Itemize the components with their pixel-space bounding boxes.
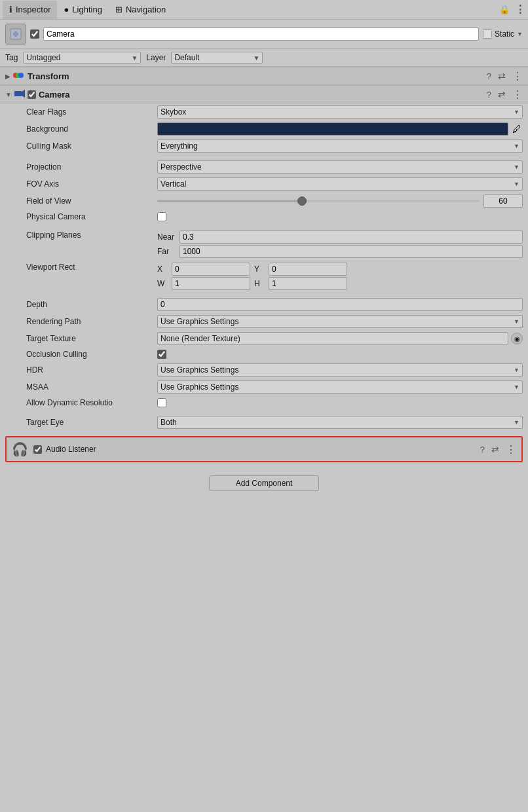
clipping-near-input[interactable] — [179, 231, 523, 244]
clipping-planes-row: Clipping Planes Near Far — [0, 228, 528, 260]
allow-dynamic-value — [157, 398, 523, 407]
target-texture-control: None (Render Texture) ◉ — [157, 332, 523, 345]
physical-camera-checkbox[interactable] — [157, 212, 166, 221]
fov-input[interactable] — [483, 194, 523, 208]
more-icon[interactable]: ⋮ — [515, 3, 525, 16]
hdr-dropdown[interactable]: Use Graphics Settings ▼ — [157, 363, 523, 377]
depth-row: Depth — [0, 296, 528, 313]
msaa-dropdown[interactable]: Use Graphics Settings ▼ — [157, 380, 523, 394]
camera-section-header: ▼ Camera ? ⇄ ⋮ — [0, 85, 528, 103]
svg-point-3 — [18, 73, 24, 78]
depth-input[interactable] — [157, 298, 523, 311]
camera-icon — [14, 89, 25, 100]
clear-flags-row: Clear Flags Skybox ▼ — [0, 103, 528, 120]
projection-dropdown[interactable]: Perspective ▼ — [157, 160, 523, 174]
msaa-row: MSAA Use Graphics Settings ▼ — [0, 378, 528, 396]
fov-slider-track[interactable] — [157, 200, 480, 202]
rendering-path-dropdown[interactable]: Use Graphics Settings ▼ — [157, 315, 523, 328]
camera-enabled-checkbox[interactable] — [28, 90, 36, 99]
clear-flags-label: Clear Flags — [26, 107, 157, 117]
target-texture-value: None (Render Texture) ◉ — [157, 332, 523, 345]
static-label: Static — [495, 29, 514, 39]
add-component-button[interactable]: Add Component — [209, 475, 320, 491]
static-dropdown-arrow[interactable]: ▼ — [517, 31, 523, 37]
clipping-planes-label: Clipping Planes — [26, 231, 157, 240]
hdr-arrow: ▼ — [514, 367, 519, 373]
tab-lighting[interactable]: ● Lighting — [57, 1, 108, 19]
background-label: Background — [26, 124, 157, 134]
viewport-y-label: Y — [254, 265, 265, 274]
physical-camera-value — [157, 212, 523, 221]
camera-expand-arrow[interactable]: ▼ — [5, 91, 12, 98]
projection-row: Projection Perspective ▼ — [0, 158, 528, 175]
object-name-input[interactable] — [43, 28, 479, 41]
target-texture-select-btn[interactable]: ◉ — [511, 333, 523, 344]
viewport-w-input[interactable] — [172, 277, 250, 290]
static-checkbox[interactable] — [483, 29, 492, 39]
static-section: Static ▼ — [483, 29, 523, 39]
transform-help-icon[interactable]: ? — [487, 71, 491, 81]
camera-title: Camera — [39, 90, 70, 100]
background-color-swatch[interactable] — [157, 122, 508, 136]
camera-settings-icon[interactable]: ⇄ — [498, 89, 506, 100]
allow-dynamic-label: Allow Dynamic Resolutio — [26, 398, 157, 407]
viewport-group: X Y W H — [157, 263, 523, 290]
fov-row: Field of View — [0, 193, 528, 210]
clear-flags-dropdown[interactable]: Skybox ▼ — [157, 105, 523, 119]
culling-mask-dropdown[interactable]: Everything ▼ — [157, 139, 523, 153]
transform-expand-arrow[interactable]: ▶ — [5, 73, 10, 80]
background-value: 🖊 — [157, 122, 523, 136]
tab-inspector[interactable]: ℹ Inspector — [3, 1, 57, 19]
camera-more-icon[interactable]: ⋮ — [512, 88, 523, 101]
eyedropper-button[interactable]: 🖊 — [511, 124, 523, 134]
audio-listener-more-icon[interactable]: ⋮ — [506, 443, 516, 456]
tag-dropdown[interactable]: Untagged ▼ — [23, 52, 141, 64]
fov-value — [157, 194, 523, 208]
occlusion-culling-row: Occlusion Culling — [0, 347, 528, 361]
viewport-x-input[interactable] — [172, 263, 250, 276]
physical-camera-row: Physical Camera — [0, 210, 528, 224]
tab-navigation[interactable]: ⊞ Navigation — [109, 1, 172, 19]
occlusion-culling-checkbox[interactable] — [157, 350, 166, 359]
audio-listener-header-right: ? ⇄ ⋮ — [480, 443, 516, 456]
target-eye-dropdown[interactable]: Both ▼ — [157, 416, 523, 429]
viewport-y-input[interactable] — [269, 263, 347, 276]
lock-icon[interactable]: 🔒 — [499, 5, 510, 14]
transform-header-right: ? ⇄ ⋮ — [487, 70, 523, 83]
transform-color-icon — [13, 70, 24, 83]
viewport-w-label: W — [157, 279, 168, 288]
fov-label: Field of View — [26, 196, 157, 206]
svg-marker-5 — [22, 90, 25, 98]
viewport-rect-value: X Y W H — [157, 263, 523, 290]
msaa-label: MSAA — [26, 382, 157, 392]
clear-flags-arrow: ▼ — [514, 109, 519, 115]
allow-dynamic-row: Allow Dynamic Resolutio — [0, 396, 528, 410]
object-enabled-checkbox[interactable] — [30, 29, 39, 39]
target-texture-dropdown[interactable]: None (Render Texture) — [157, 332, 508, 345]
audio-listener-settings-icon[interactable]: ⇄ — [491, 444, 499, 454]
viewport-h-input[interactable] — [269, 277, 347, 290]
allow-dynamic-checkbox[interactable] — [157, 398, 166, 407]
audio-listener-title: Audio Listener — [46, 445, 96, 454]
target-texture-row: Target Texture None (Render Texture) ◉ — [0, 330, 528, 347]
hdr-value: Use Graphics Settings ▼ — [157, 363, 523, 377]
clipping-group: Near Far — [157, 231, 523, 258]
audio-listener-help-icon[interactable]: ? — [480, 445, 485, 454]
transform-more-icon[interactable]: ⋮ — [512, 70, 523, 83]
tab-lighting-label: Lighting — [72, 5, 102, 14]
rendering-path-label: Rendering Path — [26, 317, 157, 326]
clipping-far-row: Far — [157, 245, 523, 258]
clipping-far-input[interactable] — [179, 245, 523, 258]
fov-axis-value: Vertical ▼ — [157, 177, 523, 191]
audio-listener-section: 🎧 Audio Listener ? ⇄ ⋮ — [5, 436, 523, 462]
rendering-path-value: Use Graphics Settings ▼ — [157, 315, 523, 328]
audio-listener-enabled-checkbox[interactable] — [33, 445, 42, 454]
transform-title: Transform — [28, 71, 69, 81]
transform-settings-icon[interactable]: ⇄ — [498, 71, 506, 81]
layer-dropdown[interactable]: Default ▼ — [171, 52, 263, 64]
fov-axis-dropdown[interactable]: Vertical ▼ — [157, 177, 523, 191]
add-component-section: Add Component — [0, 468, 528, 499]
rendering-path-row: Rendering Path Use Graphics Settings ▼ — [0, 313, 528, 330]
fov-slider-thumb[interactable] — [297, 196, 307, 206]
camera-help-icon[interactable]: ? — [487, 90, 491, 100]
